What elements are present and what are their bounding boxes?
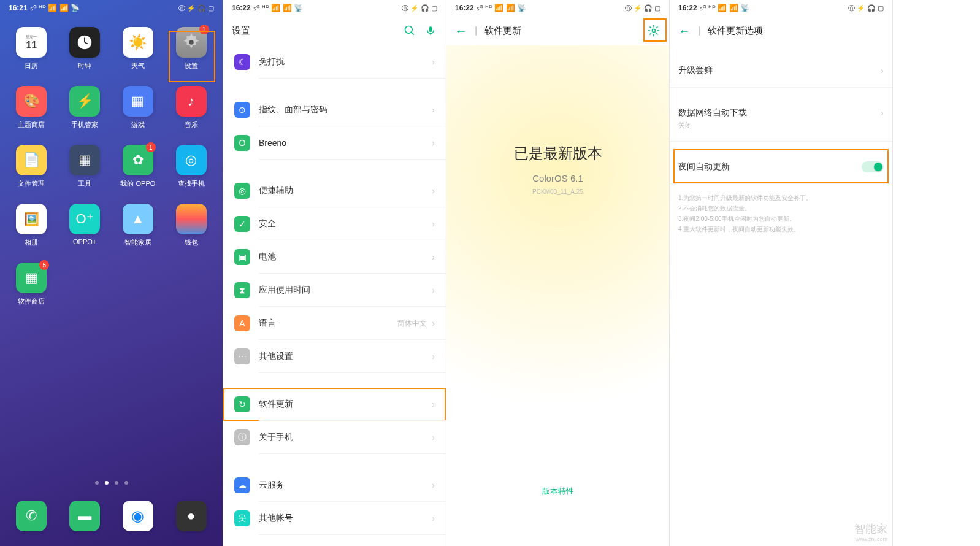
page-title: 软件更新 (484, 25, 521, 37)
settings-row-其他帐号[interactable]: 웃其他帐号› (223, 502, 446, 535)
option-night-auto-update[interactable]: 夜间自动更新 (670, 150, 892, 184)
update-header: ← | 软件更新 (446, 16, 669, 45)
app-时钟[interactable]: 时钟 (58, 27, 112, 86)
dock-phone[interactable]: ✆ (16, 501, 47, 531)
settings-row-免打扰[interactable]: ☾免打扰› (223, 45, 446, 79)
app-游戏[interactable]: ▦游戏 (112, 86, 165, 145)
homescreen-panel: 16:21 ₅ᴳ ᴴᴰ 📶 📶 📡 ⓝ ⚡ 🎧 ▢ 星期一11日历时钟☀️天气1… (0, 0, 223, 546)
page-title: 软件更新选项 (708, 25, 763, 37)
app-OPPO+[interactable]: O⁺OPPO+ (58, 204, 112, 263)
settings-panel: 16:22 ₅ᴳ ᴴᴰ 📶 📶 📡 ⓝ ⚡ 🎧 ▢ 设置 ☾免打扰›⊙指纹、面部… (223, 0, 446, 546)
search-icon[interactable] (403, 24, 416, 37)
os-version: ColorOS 6.1 (532, 173, 583, 183)
settings-row-关于手机[interactable]: ⓘ关于手机› (223, 421, 446, 454)
dock-messages[interactable]: ▬ (69, 501, 100, 531)
status-bar: 16:21 ₅ᴳ ᴴᴰ 📶 📶 📡 ⓝ ⚡ 🎧 ▢ (0, 0, 223, 16)
update-options-panel: 16:22 ₅ᴳ ᴴᴰ 📶 📶 📡 ⓝ ⚡ 🎧 ▢ ← | 软件更新选项 升级尝… (670, 0, 893, 546)
settings-row-便捷辅助[interactable]: ◎便捷辅助› (223, 174, 446, 207)
svg-point-3 (189, 40, 194, 45)
status-bar: 16:22 ₅ᴳ ᴴᴰ 📶 📶 📡 ⓝ ⚡ 🎧 ▢ (670, 0, 892, 16)
build-number: PCKM00_11_A.25 (532, 188, 583, 195)
app-主题商店[interactable]: 🎨主题商店 (5, 86, 58, 145)
app-音乐[interactable]: ♪音乐 (164, 86, 218, 145)
svg-point-4 (405, 26, 413, 34)
chevron-icon: › (881, 66, 884, 75)
settings-row-安全[interactable]: ✓安全› (223, 207, 446, 240)
app-文件管理[interactable]: 📄文件管理 (5, 145, 58, 204)
settings-row-应用使用时间[interactable]: ⧗应用使用时间› (223, 274, 446, 307)
option-upgrade-preview[interactable]: 升级尝鲜 › (670, 54, 892, 88)
apps-grid: 星期一11日历时钟☀️天气1设置🎨主题商店⚡手机管家▦游戏♪音乐📄文件管理▦工具… (0, 16, 223, 475)
voice-icon[interactable] (424, 24, 437, 37)
page-dots[interactable] (0, 475, 223, 491)
back-icon[interactable]: ← (455, 24, 467, 38)
settings-row-云服务[interactable]: ☁云服务› (223, 469, 446, 502)
back-icon[interactable]: ← (678, 24, 691, 38)
app-我的 OPPO[interactable]: ✿1我的 OPPO (112, 145, 165, 204)
app-钱包[interactable]: 钱包 (164, 204, 218, 263)
dock: ✆▬◉● (0, 491, 223, 546)
settings-row-电池[interactable]: ▣电池› (223, 240, 446, 274)
version-features-link[interactable]: 版本特性 (446, 486, 669, 497)
svg-rect-5 (429, 26, 432, 32)
svg-point-6 (653, 29, 656, 33)
app-设置[interactable]: 1设置 (164, 27, 218, 86)
settings-row-指纹、面部与密码[interactable]: ⊙指纹、面部与密码› (223, 93, 446, 126)
app-软件商店[interactable]: ▦5软件商店 (5, 263, 58, 321)
options-header: ← | 软件更新选项 (670, 16, 892, 45)
settings-header: 设置 (223, 16, 446, 45)
app-手机管家[interactable]: ⚡手机管家 (58, 86, 112, 145)
watermark: 智能家www.znj.com (854, 521, 887, 542)
dock-camera[interactable]: ● (176, 501, 207, 531)
status-bar: 16:22 ₅ᴳ ᴴᴰ 📶 📶 📡 ⓝ ⚡ 🎧 ▢ (223, 0, 446, 16)
gear-icon[interactable] (647, 24, 660, 37)
notes-text: 1.为您第一时间升级最新的软件功能及安全补丁。2.不会消耗您的数据流量。3.夜间… (670, 184, 892, 243)
settings-row-Breeno[interactable]: OBreeno› (223, 126, 446, 160)
page-title: 设置 (232, 25, 250, 37)
chevron-icon: › (881, 108, 884, 118)
app-智能家居[interactable]: ▲智能家居 (112, 204, 165, 263)
update-body: 已是最新版本 ColorOS 6.1 PCKM00_11_A.25 (446, 45, 669, 546)
app-相册[interactable]: 🖼️相册 (5, 204, 58, 263)
settings-row-其他设置[interactable]: ⋯其他设置› (223, 340, 446, 373)
software-update-panel: 16:22 ₅ᴳ ᴴᴰ 📶 📶 📡 ⓝ ⚡ 🎧 ▢ ← | 软件更新 已是最新版… (446, 0, 670, 546)
app-工具[interactable]: ▦工具 (58, 145, 112, 204)
settings-row-软件更新[interactable]: ↻软件更新› (223, 388, 446, 421)
settings-list: ☾免打扰›⊙指纹、面部与密码›OBreeno›◎便捷辅助›✓安全›▣电池›⧗应用… (223, 45, 446, 546)
dock-browser[interactable]: ◉ (123, 501, 153, 531)
night-update-toggle[interactable] (862, 161, 884, 172)
app-天气[interactable]: ☀️天气 (112, 27, 165, 86)
settings-row-语言[interactable]: A语言简体中文› (223, 307, 446, 340)
status-bar: 16:22 ₅ᴳ ᴴᴰ 📶 📶 📡 ⓝ ⚡ 🎧 ▢ (446, 0, 669, 16)
app-查找手机[interactable]: ◎查找手机 (164, 145, 218, 204)
option-auto-download[interactable]: 数据网络自动下载 › 关闭 (670, 96, 892, 142)
update-status-text: 已是最新版本 (514, 144, 602, 163)
app-日历[interactable]: 星期一11日历 (5, 27, 58, 86)
